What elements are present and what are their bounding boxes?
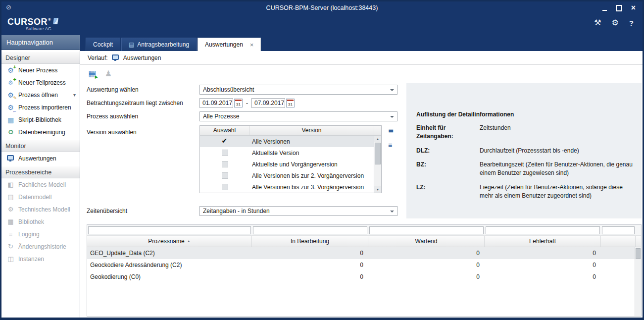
zeiten-select[interactable]: Zeitangaben - in Stunden <box>199 206 397 216</box>
version-table-scrollbar[interactable] <box>374 126 381 193</box>
column-header-extra[interactable] <box>601 236 636 247</box>
tab-auswertungen[interactable]: Auswertungen × <box>198 38 261 51</box>
tools-icon[interactable] <box>611 19 618 27</box>
column-header-prozessname[interactable]: Prozessname <box>87 236 252 247</box>
select-all-icon[interactable] <box>388 127 394 134</box>
cell-fehlerhaft: 0 <box>485 271 601 283</box>
version-row-label: Alle Versionen bis zur 2. Vorgängerversi… <box>249 172 374 179</box>
sidebar-item-label: Bibliothek <box>18 218 44 225</box>
version-row[interactable]: Alle Versionen bis zur 3. Vorgängerversi… <box>200 181 374 193</box>
calendar-icon[interactable] <box>286 99 295 107</box>
column-header-fehlerhaft[interactable]: Fehlerhaft <box>485 236 601 247</box>
column-header-wartend[interactable]: Wartend <box>368 236 485 247</box>
version-row-label: Aktuellste und Vorgängerversion <box>249 161 374 168</box>
date-from-input[interactable]: 01.09.2017 <box>199 98 233 108</box>
results-scrollbar[interactable] <box>635 247 641 316</box>
date-to-input[interactable]: 07.09.2017 <box>251 98 285 108</box>
title-bar: CURSOR-BPM-Server (localhost:38443) <box>1 1 643 14</box>
window-controls <box>601 1 637 14</box>
scroll-down-icon[interactable] <box>374 186 381 193</box>
checkbox[interactable] <box>222 184 228 190</box>
auswertung-label: Auswertung wählen <box>87 86 199 93</box>
info-term: Einheit für Zeitangaben: <box>416 124 480 141</box>
info-term: DLZ: <box>416 147 480 155</box>
filter-input-wartend[interactable] <box>369 226 484 234</box>
sidebar-item-label: Datenmodell <box>18 194 51 201</box>
checkbox[interactable] <box>222 150 228 156</box>
sidebar-item[interactable]: Datenbereinigung <box>1 126 80 138</box>
new-process-icon <box>6 66 15 74</box>
tab-close-icon[interactable]: × <box>250 42 254 48</box>
column-header-in-bearbeitung[interactable]: In Bearbeitung <box>252 236 368 247</box>
invert-selection-icon[interactable] <box>388 142 394 149</box>
version-table-header: Auswahl Version <box>200 126 374 136</box>
cell-prozessname: Geokodierung (C0) <box>87 271 252 283</box>
scrollbar-thumb[interactable] <box>375 143 381 164</box>
version-row[interactable]: Aktuellste Version <box>200 147 374 159</box>
chevron-down-icon[interactable] <box>73 92 76 98</box>
auswertung-select[interactable]: Abschlussübersicht <box>199 85 397 95</box>
wrench-icon[interactable] <box>594 19 601 27</box>
selected-value: Abschlussübersicht <box>203 86 254 93</box>
info-entry: LZ: Liegezeit (Zeiten für Benutzer-Aktio… <box>416 183 633 200</box>
version-col-auswahl[interactable]: Auswahl <box>200 126 249 135</box>
info-panel-title: Auflistung der Detailinformationen <box>416 111 633 118</box>
column-label: Fehlerhaft <box>529 238 556 245</box>
checkbox[interactable] <box>222 161 228 167</box>
sidebar-item[interactable]: Neuer Teilprozess <box>1 76 80 89</box>
cell-wartend: 0 <box>368 271 485 283</box>
scrollbar-thumb[interactable] <box>636 248 641 259</box>
zeiten-label: Zeitenübersicht <box>87 208 199 214</box>
date-separator: - <box>246 100 248 107</box>
version-row-label: Aktuellste Version <box>249 150 374 157</box>
sidebar-item-label: Neuer Teilprozess <box>18 79 66 86</box>
sidebar-item[interactable]: Prozess öffnen <box>1 89 80 101</box>
sidebar-section-designer: Designer Neuer Prozess Neuer Teilprozess… <box>1 52 80 138</box>
calendar-icon[interactable] <box>234 99 243 107</box>
sidebar-item[interactable]: Prozess importieren <box>1 101 80 113</box>
filter-input-in-bearbeitung[interactable] <box>253 226 367 234</box>
table-row[interactable]: Geokodierung (C0) 0 0 0 <box>87 271 641 283</box>
technical-model-icon <box>6 206 15 213</box>
help-icon[interactable]: ? <box>629 19 634 27</box>
sidebar-item-disabled: Bibliothek <box>1 215 80 228</box>
tab-antragsbearbeitung[interactable]: Antragsbearbeitung <box>121 38 197 51</box>
results-table: Prozessname In Bearbeitung Wartend Fehle… <box>87 224 642 317</box>
filter-input-prozessname[interactable] <box>88 226 251 234</box>
checkbox[interactable] <box>222 172 228 179</box>
checkbox[interactable] <box>222 138 228 145</box>
prozess-select[interactable]: Alle Prozesse <box>199 111 397 121</box>
tab-cockpit[interactable]: Cockpit <box>86 38 120 51</box>
logging-icon <box>6 230 15 238</box>
tab-bar: Cockpit Antragsbearbeitung Auswertungen … <box>80 35 643 51</box>
results-header: Prozessname In Bearbeitung Wartend Fehle… <box>87 236 641 247</box>
sidebar-item[interactable]: Auswertungen <box>1 152 80 164</box>
version-row[interactable]: Aktuellste und Vorgängerversion <box>200 159 374 170</box>
scrollbar-track[interactable] <box>374 165 381 186</box>
instances-icon <box>6 255 15 263</box>
minimize-button[interactable] <box>601 5 608 11</box>
version-row[interactable]: Alle Versionen bis zur 2. Vorgängerversi… <box>200 170 374 181</box>
sidebar-item[interactable]: Skript-Bibliothek <box>1 113 80 126</box>
window-title: CURSOR-BPM-Server (localhost:38443) <box>1 1 643 14</box>
sidebar-section-prozessbereiche: Prozessbereiche Fachliches Modell Datenm… <box>1 166 80 265</box>
info-definition: Bearbeitungszeit (Zeiten für Benutzer-Ak… <box>480 160 633 177</box>
sidebar-item[interactable]: Neuer Prozess <box>1 64 80 76</box>
table-row[interactable]: GEO_Update_Data (C2) 0 0 0 <box>87 247 641 259</box>
breadcrumb-item[interactable]: Auswertungen <box>123 54 161 61</box>
close-button[interactable] <box>630 5 637 11</box>
cell-prozessname: GEO_Update_Data (C2) <box>87 247 252 259</box>
cell-fehlerhaft: 0 <box>485 247 601 259</box>
version-row[interactable]: Alle Versionen <box>200 136 374 147</box>
filter-input-extra[interactable] <box>602 226 635 234</box>
version-col-version[interactable]: Version <box>249 126 374 135</box>
maximize-button[interactable] <box>616 5 622 11</box>
run-report-icon[interactable] <box>87 69 97 79</box>
zeiten-row: Zeitenübersicht Zeitangaben - in Stunden <box>87 206 397 216</box>
filter-input-fehlerhaft[interactable] <box>486 226 600 234</box>
scroll-up-icon[interactable] <box>374 136 381 142</box>
filter-row <box>87 225 641 236</box>
open-process-icon <box>6 91 15 99</box>
table-row[interactable]: Geockodiere Adressänderung (C2) 0 0 0 <box>87 259 641 271</box>
reports-icon <box>7 155 14 160</box>
